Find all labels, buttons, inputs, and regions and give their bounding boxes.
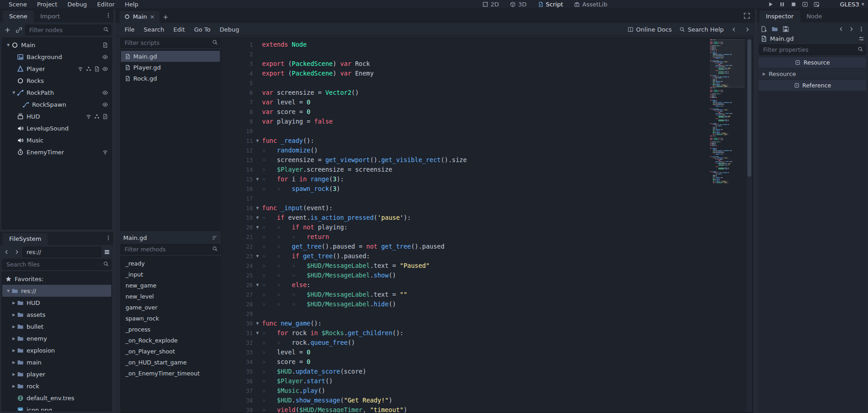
method-item-new-game[interactable]: new_game (121, 280, 220, 291)
tab-node[interactable]: Node (800, 11, 829, 22)
script-menu-file[interactable]: File (120, 25, 139, 34)
fs-entry-icon-png[interactable]: icon.png (2, 404, 111, 411)
script-history-forward-button[interactable] (744, 27, 750, 33)
minimap-viewport[interactable] (710, 39, 745, 87)
method-item--input[interactable]: _input (121, 269, 220, 280)
code-line[interactable]: 10 (222, 126, 753, 136)
script-menu-edit[interactable]: Edit (169, 25, 189, 34)
code-line[interactable]: 32» » rock.queue_free() (222, 338, 753, 348)
script-item-main-gd[interactable]: Main.gd (121, 51, 220, 62)
visibility-toggle-icon[interactable] (102, 54, 108, 60)
fold-caret-icon[interactable]: ▼ (253, 319, 262, 328)
group-resource[interactable]: ▶ Resource (759, 69, 866, 79)
code-line[interactable]: 8var score = 0 (222, 107, 753, 117)
menu-debug[interactable]: Debug (62, 0, 92, 8)
scene-node-background[interactable]: Background (2, 51, 111, 63)
play-button[interactable] (767, 1, 774, 8)
fs-entry-assets[interactable]: ▶assets (2, 309, 111, 321)
history-back-icon[interactable] (838, 26, 844, 32)
filter-nodes-input[interactable] (25, 25, 111, 35)
scene-tab-main[interactable]: Main × (120, 11, 159, 23)
code-line[interactable]: 17 (222, 194, 753, 203)
expander-icon[interactable]: ▼ (11, 91, 17, 95)
code-line[interactable]: 4export (PackedScene) var Enemy (222, 69, 753, 78)
code-line[interactable]: 14» $Player.screensize = screensize (222, 165, 753, 174)
code-line[interactable]: 26▼» » else: (222, 280, 753, 290)
groups-icon[interactable] (86, 66, 92, 72)
method-item--on-player-shoot[interactable]: _on_Player_shoot (121, 346, 220, 357)
filter-methods-input[interactable] (120, 244, 220, 255)
search-files-input[interactable] (2, 259, 111, 270)
script-menu-search[interactable]: Search (139, 25, 169, 34)
object-options-icon[interactable] (858, 26, 864, 32)
signal-connection-icon[interactable] (86, 114, 92, 120)
code-line[interactable]: 37» $Music.play() (222, 386, 753, 396)
method-item--on-hud-start-game[interactable]: _on_HUD_start_game (121, 357, 220, 368)
video-driver-select[interactable]: GLES3 ▼ (840, 1, 864, 8)
fs-entry-player[interactable]: ▶player (2, 368, 111, 380)
scene-node-main[interactable]: ▼Main (2, 39, 111, 51)
workspace-3d[interactable]: 3D (507, 0, 530, 8)
code-line[interactable]: 30▼func new_game(): (222, 319, 753, 328)
script-history-back-button[interactable] (731, 27, 737, 33)
fs-entry-bullet[interactable]: ▶bullet (2, 321, 111, 332)
visibility-toggle-icon[interactable] (102, 90, 108, 96)
new-resource-icon[interactable] (760, 26, 767, 33)
fs-entry-rock[interactable]: ▶rock (2, 380, 111, 392)
fs-entry-default-env-tres[interactable]: default_env.tres (2, 392, 111, 404)
pause-button[interactable] (778, 1, 786, 8)
workspace-assetlib[interactable]: AssetLib (571, 0, 611, 8)
expander-icon[interactable]: ▶ (11, 384, 17, 388)
menu-editor[interactable]: Editor (92, 0, 120, 8)
code-line[interactable]: 12» randomize() (222, 146, 753, 155)
dock-menu-icon[interactable] (105, 12, 111, 18)
expander-icon[interactable]: ▶ (11, 313, 17, 317)
method-item-new-level[interactable]: new_level (121, 291, 220, 302)
attached-script-icon[interactable] (102, 114, 108, 120)
code-line[interactable]: 39» yield($HUD/MessageTimer, "timeout") (222, 405, 753, 413)
code-line[interactable]: 1extends Node (222, 40, 753, 49)
tab-import[interactable]: Import (34, 11, 66, 22)
code-line[interactable]: 6var screensize = Vector2() (222, 88, 753, 98)
code-editor[interactable]: 1extends Node23export (PackedScene) var … (221, 38, 753, 413)
scene-node-player[interactable]: Player (2, 63, 111, 75)
expander-icon[interactable]: ▼ (5, 289, 11, 293)
save-resource-icon[interactable] (782, 26, 789, 33)
new-scene-tab-button[interactable] (163, 14, 169, 20)
scene-node-hud[interactable]: HUD (2, 110, 111, 122)
groups-icon[interactable] (94, 114, 100, 120)
code-line[interactable]: 28» » » $HUD/MessageLabel.hide() (222, 299, 753, 309)
code-line[interactable]: 31▼» for rock in $Rocks.get_children(): (222, 328, 753, 338)
fold-caret-icon[interactable]: ▼ (253, 280, 262, 290)
fold-caret-icon[interactable]: ▼ (253, 174, 262, 184)
method-item--process[interactable]: _process (121, 324, 220, 335)
fold-caret-icon[interactable]: ▼ (253, 203, 262, 213)
script-menu-go-to[interactable]: Go To (190, 25, 215, 34)
fs-entry-enemy[interactable]: ▶enemy (2, 332, 111, 344)
scene-node-rockpath[interactable]: ▼RockPath (2, 87, 111, 98)
code-line[interactable]: 20▼» » if not playing: (222, 223, 753, 232)
signal-connection-icon[interactable] (77, 66, 83, 72)
code-line[interactable]: 7var level = 0 (222, 98, 753, 107)
code-line[interactable]: 13» screensize = get_viewport().get_visi… (222, 155, 753, 165)
expander-icon[interactable]: ▶ (11, 325, 17, 329)
split-mode-toggle[interactable] (103, 248, 111, 256)
attached-script-icon[interactable] (102, 42, 108, 48)
tab-inspector[interactable]: Inspector (759, 11, 800, 22)
history-forward-button[interactable] (12, 248, 21, 256)
tab-filesystem[interactable]: FileSystem (3, 233, 48, 245)
code-line[interactable]: 33» level = 0 (222, 348, 753, 357)
stop-button[interactable] (790, 1, 797, 8)
code-line[interactable]: 23▼» » if get_tree().paused: (222, 251, 753, 261)
method-item-game-over[interactable]: game_over (121, 302, 220, 313)
sort-methods-icon[interactable] (212, 235, 218, 241)
code-line[interactable]: 34» score = 0 (222, 357, 753, 367)
code-minimap[interactable] (710, 39, 745, 186)
code-line[interactable]: 16» » spawn_rock(3) (222, 184, 753, 194)
code-line[interactable]: 19▼» if event.is_action_pressed('pause')… (222, 213, 753, 223)
code-line[interactable]: 9var playing = false (222, 117, 753, 126)
scene-node-enemytimer[interactable]: EnemyTimer (2, 146, 111, 158)
fold-caret-icon[interactable]: ▼ (253, 213, 262, 223)
code-line[interactable]: 36» $Player.start() (222, 376, 753, 386)
online-docs-button[interactable]: Online Docs (628, 26, 672, 33)
